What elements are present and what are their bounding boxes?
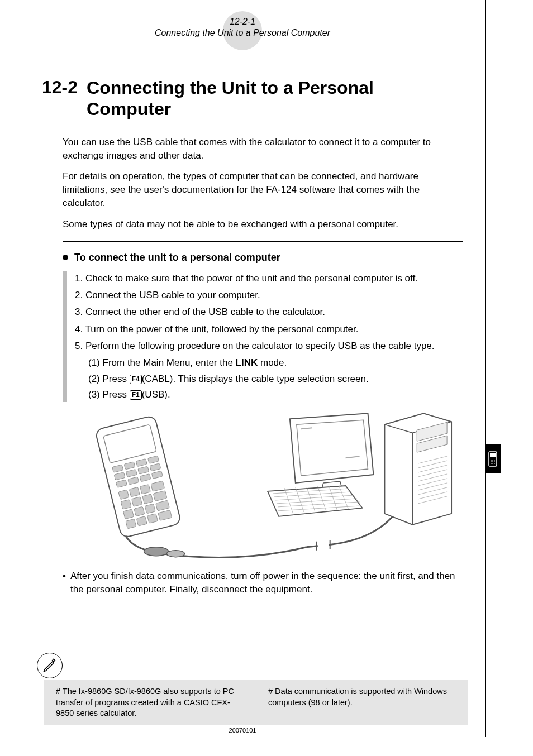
connection-illustration (73, 408, 463, 564)
svg-point-68 (491, 463, 492, 464)
after-note: • After you finish data communications, … (0, 570, 485, 596)
procedure-heading: To connect the unit to a personal comput… (63, 252, 463, 264)
section-title-row: 12-2 Connecting the Unit to a Personal C… (0, 77, 485, 120)
calculator-to-pc-diagram-icon (73, 408, 463, 564)
step-item: 5. Perform the following procedure on th… (75, 339, 463, 353)
svg-point-66 (492, 461, 493, 462)
svg-point-69 (492, 463, 493, 464)
header-subtitle: Connecting the Unit to a Personal Comput… (0, 28, 485, 38)
keycap-f4: F4 (130, 375, 142, 384)
mode-name: LINK (236, 357, 258, 368)
keycap-f1: F1 (130, 390, 142, 400)
svg-point-65 (491, 461, 492, 462)
after-note-text: After you finish data communications, tu… (70, 570, 463, 596)
intro-block: You can use the USB cable that comes wit… (0, 120, 485, 231)
substep-text: (3) Press (88, 389, 130, 400)
step-item: 2. Connect the USB cable to your compute… (75, 288, 463, 303)
pencil-note-icon (37, 653, 63, 678)
footnotes-block: # The fx-9860G SD/fx-9860G also supports… (44, 680, 468, 725)
bullet-icon: • (63, 570, 66, 596)
page-reference: 12-2-1 (0, 17, 485, 27)
manual-page: 12-2-1 Connecting the Unit to a Personal… (0, 0, 486, 737)
bullet-icon (63, 255, 68, 260)
intro-paragraph: For details on operation, the types of c… (63, 170, 463, 209)
svg-point-31 (167, 551, 185, 557)
intro-paragraph: Some types of data may not be able to be… (63, 218, 463, 231)
substep-item: (2) Press F4(CABL). This displays the ca… (75, 372, 463, 386)
substep-item: (1) From the Main Menu, enter the LINK m… (75, 356, 463, 370)
step-item: 4. Turn on the power of the unit, follow… (75, 322, 463, 337)
svg-point-70 (494, 463, 495, 464)
step-item: 1. Check to make sure that the power of … (75, 271, 463, 286)
procedure-heading-text: To connect the unit to a personal comput… (74, 252, 280, 263)
substep-text: (CABL). This displays the cable type sel… (142, 374, 369, 384)
footnote-left: # The fx-9860G SD/fx-9860G also supports… (56, 686, 246, 719)
substep-item: (3) Press F1(USB). (75, 387, 463, 402)
substep-text: (2) Press (88, 374, 130, 384)
side-tab-icon (485, 444, 501, 473)
svg-point-62 (491, 460, 492, 461)
steps-list: 1. Check to make sure that the power of … (63, 271, 463, 403)
svg-point-67 (494, 461, 495, 462)
substep-text: (1) From the Main Menu, enter the (88, 357, 236, 368)
footnote-right: # Data communication is supported with W… (268, 686, 458, 719)
section-number: 12-2 (42, 77, 78, 120)
substep-text: (USB). (142, 389, 170, 400)
svg-point-63 (492, 460, 493, 461)
page-header: 12-2-1 Connecting the Unit to a Personal… (0, 0, 485, 38)
svg-point-30 (144, 547, 169, 556)
svg-rect-61 (490, 453, 496, 457)
substep-text: mode. (258, 357, 287, 368)
procedure-block: To connect the unit to a personal comput… (0, 242, 485, 403)
step-item: 3. Connect the other end of the USB cabl… (75, 305, 463, 319)
svg-point-64 (494, 460, 495, 461)
intro-paragraph: You can use the USB cable that comes wit… (63, 136, 463, 162)
date-stamp: 20070101 (0, 727, 485, 734)
section-title: Connecting the Unit to a Personal Comput… (87, 77, 463, 120)
